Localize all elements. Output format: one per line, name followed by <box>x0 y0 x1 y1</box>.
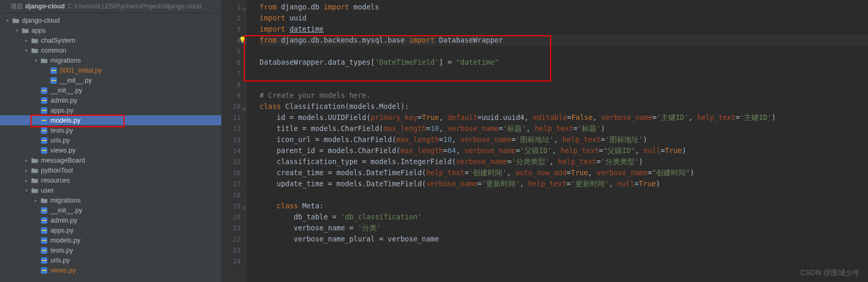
watermark: CSDN @围城少年 <box>800 268 860 278</box>
code-line[interactable]: db_table = 'db_classification' <box>260 212 868 223</box>
tree-item-urls-py[interactable]: ▸urls.py <box>0 255 221 265</box>
code-line[interactable] <box>260 256 868 267</box>
tree-item-tests-py[interactable]: ▸tests.py <box>0 245 221 255</box>
chevron-right-icon[interactable]: ▸ <box>23 178 29 183</box>
tree-item-views-py[interactable]: ▸views.py <box>0 145 221 155</box>
svg-rect-29 <box>42 260 47 261</box>
project-name[interactable]: django-cloud <box>25 3 65 10</box>
folder-icon <box>30 186 39 195</box>
code-line[interactable]: classification_type = models.IntegerFiel… <box>260 156 868 167</box>
tree-item-label: django-cloud <box>22 17 60 24</box>
intention-bulb-icon[interactable]: 💡 <box>239 35 246 46</box>
folder-icon <box>30 156 39 165</box>
code-area[interactable]: from django.db import modelsimport uuidi… <box>247 0 868 282</box>
python-file-icon <box>40 116 48 125</box>
svg-rect-11 <box>42 120 47 121</box>
code-line[interactable]: 💡from django.db.backends.mysql.base impo… <box>260 35 868 46</box>
tree-item-tests-py[interactable]: ▸tests.py <box>0 125 221 135</box>
python-file-icon <box>40 106 48 115</box>
code-line[interactable]: # Create your models here. <box>260 90 868 101</box>
code-line[interactable]: from django.db import models <box>260 2 868 13</box>
code-line[interactable]: verbose_name = '分类' <box>260 223 868 234</box>
svg-rect-7 <box>42 100 47 101</box>
code-line[interactable]: class Meta: <box>260 200 868 212</box>
code-line[interactable]: parent_id = models.CharField(max_length=… <box>260 145 868 156</box>
tree-item-models-py[interactable]: ▸models.py <box>0 115 221 125</box>
folder-icon <box>30 176 39 185</box>
code-line[interactable] <box>260 68 868 79</box>
python-file-icon <box>49 66 58 75</box>
code-line[interactable]: import uuid <box>260 13 868 24</box>
tree-item-migrations[interactable]: ▸migrations <box>0 195 221 205</box>
tree-item-label: messageBoard <box>41 157 85 164</box>
file-tree[interactable]: ▾django-cloud▾apps▸chatSystem▾common▾mig… <box>0 13 221 282</box>
line-number: 18 <box>222 189 241 200</box>
chevron-down-icon[interactable]: ▾ <box>33 58 39 63</box>
code-line[interactable] <box>260 189 868 200</box>
line-number: 1⊟ <box>222 2 241 13</box>
tree-item-pythonTool[interactable]: ▸pythonTool <box>0 165 221 175</box>
code-line[interactable]: import datetime <box>260 24 868 35</box>
python-file-icon <box>40 236 48 245</box>
folder-icon <box>40 56 48 65</box>
tree-item-views-py[interactable]: ▸views.py <box>0 265 221 275</box>
code-editor[interactable]: 1⊟234⊟5678910⊟111213141516171819⊟2021222… <box>222 0 868 282</box>
line-number: 22 <box>222 234 241 245</box>
tree-item-migrations[interactable]: ▾migrations <box>0 55 221 65</box>
tree-item-admin-py[interactable]: ▸admin.py <box>0 95 221 105</box>
tree-item-label: urls.py <box>50 257 70 264</box>
tree-item-0001_initial-py[interactable]: ▸0001_initial.py <box>0 65 221 75</box>
code-line[interactable]: icon_url = models.CharField(max_length=1… <box>260 134 868 145</box>
svg-rect-31 <box>42 270 47 271</box>
python-file-icon <box>40 206 48 215</box>
tree-item-label: chatSystem <box>41 37 75 44</box>
code-line[interactable] <box>260 79 868 90</box>
code-line[interactable] <box>260 245 868 256</box>
code-line[interactable]: DatabaseWrapper.data_types['DateTimeFiel… <box>260 57 868 68</box>
code-line[interactable]: create_time = models.DateTimeField(help_… <box>260 167 868 178</box>
code-line[interactable] <box>260 46 868 57</box>
code-line[interactable]: update_time = models.DateTimeField(verbo… <box>260 178 868 189</box>
tree-item-apps-py[interactable]: ▸apps.py <box>0 225 221 235</box>
line-number: 15 <box>222 156 241 167</box>
tree-item-label: resources <box>41 177 70 184</box>
code-line[interactable]: class Classification(models.Model): <box>260 101 868 112</box>
chevron-right-icon[interactable]: ▸ <box>23 158 29 163</box>
tree-item-label: apps.py <box>50 227 74 234</box>
code-line[interactable]: title = models.CharField(max_length=10, … <box>260 123 868 134</box>
svg-rect-23 <box>42 230 47 231</box>
python-file-icon <box>40 226 48 235</box>
tree-item-common[interactable]: ▾common <box>0 45 221 55</box>
fold-marker-icon[interactable]: ⊟ <box>243 103 246 114</box>
tree-item-__init__-py[interactable]: ▸__init__.py <box>0 205 221 215</box>
fold-marker-icon[interactable]: ⊟ <box>243 203 246 214</box>
tree-item-apps-py[interactable]: ▸apps.py <box>0 105 221 115</box>
chevron-down-icon[interactable]: ▾ <box>23 188 29 193</box>
tree-item-resources[interactable]: ▸resources <box>0 175 221 185</box>
tree-item-admin-py[interactable]: ▸admin.py <box>0 215 221 225</box>
code-line[interactable]: id = models.UUIDField(primary_key=True, … <box>260 112 868 123</box>
chevron-down-icon[interactable]: ▾ <box>4 18 11 23</box>
fold-marker-icon[interactable]: ⊟ <box>243 4 246 15</box>
tree-item-urls-py[interactable]: ▸urls.py <box>0 135 221 145</box>
svg-rect-5 <box>42 90 47 91</box>
line-number: 8 <box>222 79 241 90</box>
tree-item-__init__-py[interactable]: ▸__init__.py <box>0 75 221 85</box>
chevron-right-icon[interactable]: ▸ <box>23 38 29 43</box>
code-line[interactable]: verbose_name_plural = verbose_name <box>260 234 868 245</box>
chevron-down-icon[interactable]: ▾ <box>14 28 20 33</box>
chevron-right-icon[interactable]: ▸ <box>23 168 29 173</box>
folder-icon <box>21 26 29 35</box>
tree-item-label: user <box>41 187 54 194</box>
svg-rect-21 <box>42 220 47 221</box>
tree-item-models-py[interactable]: ▸models.py <box>0 235 221 245</box>
tree-item-messageBoard[interactable]: ▸messageBoard <box>0 155 221 165</box>
chevron-down-icon[interactable]: ▾ <box>23 48 29 53</box>
tree-item-chatSystem[interactable]: ▸chatSystem <box>0 35 221 45</box>
tree-item-apps[interactable]: ▾apps <box>0 25 221 35</box>
line-number: 13 <box>222 134 241 145</box>
tree-item-django-cloud[interactable]: ▾django-cloud <box>0 15 221 25</box>
chevron-right-icon[interactable]: ▸ <box>33 198 39 203</box>
tree-item-user[interactable]: ▾user <box>0 185 221 195</box>
tree-item-__init__-py[interactable]: ▸__init__.py <box>0 85 221 95</box>
